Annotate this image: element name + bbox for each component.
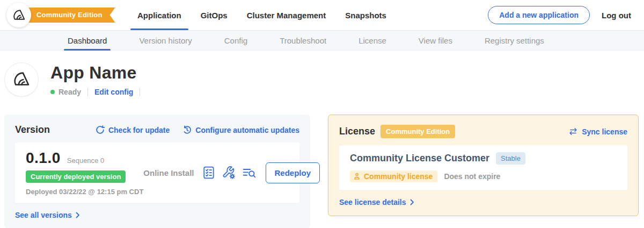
chevron-right-icon <box>76 212 80 218</box>
license-card: License Community Edition Sync license C… <box>328 115 639 216</box>
stable-channel-badge: Stable <box>496 152 525 165</box>
see-all-versions-link[interactable]: See all versions <box>15 211 80 219</box>
community-edition-banner: Community Edition <box>20 8 115 23</box>
customer-row: Community License Customer Stable <box>350 152 617 165</box>
version-card-footer: See all versions <box>15 210 299 220</box>
person-icon <box>353 173 361 180</box>
configure-automatic-updates-link[interactable]: Configure automatic updates <box>182 125 299 134</box>
chevron-right-icon <box>410 199 414 205</box>
subtab-troubleshoot[interactable]: Troubleshoot <box>280 31 326 50</box>
sync-license-link[interactable]: Sync license <box>568 127 627 136</box>
version-info: 0.1.0 Sequence 0 Currently deployed vers… <box>26 149 143 196</box>
version-card-actions: Check for update Configure automatic upd… <box>96 125 299 134</box>
license-type-badge: Community license <box>350 170 437 182</box>
license-card-title: License <box>339 126 375 137</box>
license-panel: Community License Customer Stable Commun… <box>339 145 627 190</box>
deployed-timestamp: Deployed 03/22/22 @ 12:15 pm CDT <box>26 188 143 196</box>
check-for-update-label: Check for update <box>108 126 170 134</box>
wrench-gear-icon <box>222 166 236 180</box>
preflight-checks-icon[interactable] <box>203 166 215 179</box>
app-status-row: Ready Edit config <box>50 88 147 96</box>
sync-license-label: Sync license <box>582 127 627 136</box>
subtab-version-history[interactable]: Version history <box>139 31 192 50</box>
replicated-logo-button[interactable] <box>6 3 31 27</box>
current-version-panel: 0.1.0 Sequence 0 Currently deployed vers… <box>15 142 299 203</box>
app-avatar <box>4 62 39 97</box>
community-edition-badge: Community Edition <box>380 125 455 138</box>
app-title-block: App Name Ready Edit config <box>50 62 147 97</box>
version-number-row: 0.1.0 Sequence 0 <box>26 149 143 167</box>
dashboard-cards: Version Check for update Configure au <box>0 97 644 228</box>
license-meta-row: Community license Does not expire <box>350 170 617 182</box>
status-dot <box>50 90 55 94</box>
app-header: App Name Ready Edit config <box>0 51 644 97</box>
configure-automatic-updates-label: Configure automatic updates <box>195 126 299 134</box>
see-all-versions-label: See all versions <box>15 211 72 219</box>
redeploy-button[interactable]: Redeploy <box>266 162 320 183</box>
see-license-details-link[interactable]: See license details <box>339 198 414 206</box>
subtab-config[interactable]: Config <box>224 31 247 50</box>
secondary-tabs: Dashboard Version history Config Trouble… <box>0 30 644 51</box>
top-nav: Community Edition Application GitOps Clu… <box>0 0 644 30</box>
check-for-update-link[interactable]: Check for update <box>96 125 170 134</box>
sync-icon <box>568 127 578 136</box>
primary-tabs: Application GitOps Cluster Management Sn… <box>128 0 396 30</box>
license-type-label: Community license <box>364 172 433 181</box>
log-out-link[interactable]: Log out <box>602 11 631 20</box>
license-card-footer: See license details <box>339 197 627 207</box>
install-type-label: Online Install <box>143 168 194 177</box>
divider <box>87 88 88 96</box>
version-actions: Online Install <box>143 162 320 183</box>
version-number: 0.1.0 <box>26 149 61 167</box>
replicated-logo-icon <box>12 8 26 23</box>
customer-name: Community License Customer <box>350 153 489 164</box>
auto-update-clock-icon <box>182 125 192 134</box>
expiration-text: Does not expire <box>444 172 500 181</box>
add-a-new-application-button[interactable]: Add a new application <box>488 6 590 24</box>
tab-snapshots[interactable]: Snapshots <box>335 0 396 30</box>
status-text: Ready <box>58 88 81 96</box>
license-card-actions: Sync license <box>568 127 627 136</box>
version-card: Version Check for update Configure au <box>4 115 310 228</box>
subtab-license[interactable]: License <box>358 31 386 50</box>
tab-gitops[interactable]: GitOps <box>191 0 237 30</box>
sequence-label: Sequence 0 <box>67 156 104 165</box>
divider <box>140 88 140 96</box>
brand: Community Edition <box>6 0 109 30</box>
subtab-registry-settings[interactable]: Registry settings <box>485 31 544 50</box>
top-nav-right: Add a new application Log out <box>488 6 631 24</box>
subtab-dashboard[interactable]: Dashboard <box>68 31 107 50</box>
config-wrench-icon[interactable] <box>222 166 236 180</box>
logs-magnifier-icon <box>243 167 256 179</box>
see-license-details-label: See license details <box>339 198 406 206</box>
version-card-title: Version <box>15 124 50 136</box>
version-card-header: Version Check for update Configure au <box>15 124 299 136</box>
refresh-icon <box>96 125 105 134</box>
app-title: App Name <box>50 63 147 83</box>
tab-application[interactable]: Application <box>128 0 191 30</box>
tab-cluster-management[interactable]: Cluster Management <box>237 0 336 30</box>
license-card-header: License Community Edition Sync license <box>339 125 627 138</box>
deploy-logs-icon[interactable] <box>243 167 256 179</box>
edit-config-link[interactable]: Edit config <box>94 88 133 96</box>
community-edition-banner-label: Community Edition <box>36 11 103 19</box>
currently-deployed-badge: Currently deployed version <box>26 170 126 183</box>
replicated-logo-icon <box>12 70 31 89</box>
subtab-view-files[interactable]: View files <box>419 31 452 50</box>
checklist-icon <box>203 166 215 179</box>
